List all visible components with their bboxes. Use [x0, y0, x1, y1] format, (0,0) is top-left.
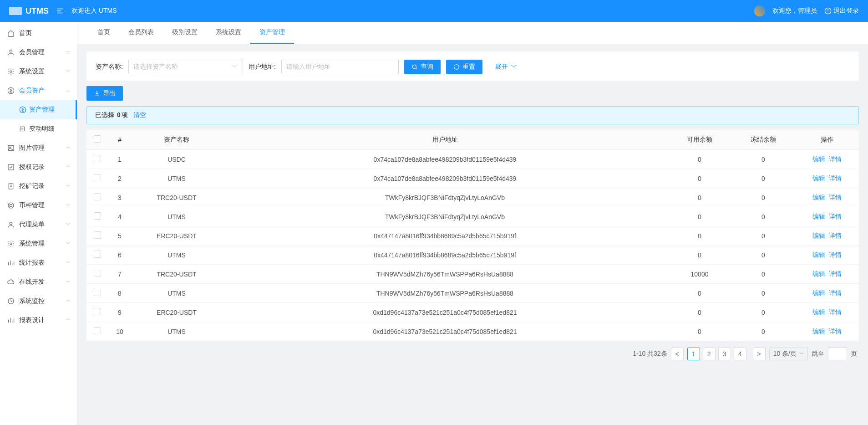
row-checkbox[interactable]: [94, 212, 101, 220]
detail-link[interactable]: 详情: [829, 289, 842, 297]
cell-user-addr: 0x74ca107de8a8abfee498209b3fd01159e5f4d4…: [222, 169, 668, 188]
row-checkbox[interactable]: [94, 231, 101, 239]
tab-bar: 首页会员列表级别设置系统设置资产管理: [77, 22, 868, 44]
edit-link[interactable]: 编辑: [812, 232, 825, 239]
detail-link[interactable]: 详情: [829, 213, 842, 220]
cell-idx: 1: [108, 150, 131, 169]
chevron-up-icon: ︿: [66, 87, 71, 94]
tab-系统设置[interactable]: 系统设置: [207, 22, 250, 44]
page-3-button[interactable]: 3: [718, 348, 731, 360]
row-checkbox[interactable]: [94, 270, 101, 277]
detail-link[interactable]: 详情: [829, 194, 842, 201]
column-header: 资产名称: [131, 130, 222, 150]
top-header: UTMS 欢迎进入 UTMS 欢迎您，管理员 退出登录: [0, 0, 868, 22]
column-header: 操作: [795, 130, 859, 150]
sidebar-item-挖矿记录[interactable]: 挖矿记录﹀: [0, 177, 77, 196]
tab-级别设置[interactable]: 级别设置: [163, 22, 207, 44]
alert-text: 已选择 0项: [95, 111, 128, 119]
row-checkbox[interactable]: [94, 327, 101, 334]
sidebar-item-会员管理[interactable]: 会员管理﹀: [0, 43, 77, 62]
chart-icon: [7, 317, 15, 324]
sidebar-item-代理菜单[interactable]: 代理菜单﹀: [0, 215, 77, 234]
row-checkbox[interactable]: [94, 251, 101, 258]
sidebar-item-首页[interactable]: 首页: [0, 24, 77, 43]
sidebar-subitem-资产管理[interactable]: 资产管理: [0, 100, 77, 119]
sidebar-item-系统监控[interactable]: 系统监控﹀: [0, 292, 77, 311]
cell-frozen: 0: [731, 188, 795, 207]
sidebar-item-系统管理[interactable]: 系统管理﹀: [0, 234, 77, 253]
sidebar-item-图片管理[interactable]: 图片管理﹀: [0, 138, 77, 158]
cell-asset-name: ERC20-USDT: [131, 226, 222, 246]
avatar[interactable]: [754, 5, 765, 16]
tab-资产管理[interactable]: 资产管理: [250, 22, 294, 44]
cell-user-addr: THN9WV5dMZh76y56TmWSPPa6RsHsUa8888: [222, 284, 668, 303]
row-checkbox[interactable]: [94, 289, 101, 296]
cell-available: 0: [668, 169, 731, 188]
expand-button[interactable]: 展开 ﹀: [488, 60, 524, 74]
edit-link[interactable]: 编辑: [812, 251, 825, 258]
logout-button[interactable]: 退出登录: [824, 7, 859, 15]
sidebar-item-统计报表[interactable]: 统计报表﹀: [0, 253, 77, 272]
cell-asset-name: TRC20-USDT: [131, 265, 222, 284]
select-all-checkbox[interactable]: [94, 135, 101, 143]
sidebar-label: 系统设置: [19, 67, 45, 76]
edit-link[interactable]: 编辑: [812, 174, 825, 182]
row-checkbox[interactable]: [94, 308, 101, 315]
user-addr-input[interactable]: 请输入用户地址: [281, 60, 399, 74]
edit-link[interactable]: 编辑: [812, 289, 825, 297]
sidebar-sublabel: 资产管理: [29, 106, 55, 114]
detail-link[interactable]: 详情: [829, 174, 842, 182]
sidebar-item-币种管理[interactable]: 币种管理﹀: [0, 196, 77, 215]
page-size-select[interactable]: 10 条/页﹀: [769, 348, 808, 360]
cell-available: 0: [668, 284, 731, 303]
table-row: 10UTMS0xd1d96c4137a73e521c251a0c4f75d085…: [86, 322, 859, 341]
page-2-button[interactable]: 2: [703, 348, 716, 360]
prev-page-button[interactable]: <: [671, 348, 684, 360]
sidebar-item-报表设计[interactable]: 报表设计﹀: [0, 311, 77, 330]
detail-link[interactable]: 详情: [829, 251, 842, 258]
logo-icon: [9, 7, 22, 15]
edit-link[interactable]: 编辑: [812, 308, 825, 316]
chevron-down-icon: ﹀: [66, 183, 71, 189]
sidebar-item-授权记录[interactable]: 授权记录﹀: [0, 158, 77, 177]
cell-idx: 3: [108, 188, 131, 207]
detail-link[interactable]: 详情: [829, 270, 842, 277]
page-1-button[interactable]: 1: [687, 348, 700, 360]
edit-link[interactable]: 编辑: [812, 194, 825, 201]
cell-frozen: 0: [731, 150, 795, 169]
next-page-button[interactable]: >: [753, 348, 766, 360]
detail-link[interactable]: 详情: [829, 308, 842, 316]
column-header: 冻结余额: [731, 130, 795, 150]
detail-link[interactable]: 详情: [829, 232, 842, 239]
clear-selection-button[interactable]: 清空: [133, 111, 146, 119]
tab-首页[interactable]: 首页: [88, 22, 119, 44]
tab-会员列表[interactable]: 会员列表: [119, 22, 163, 44]
row-checkbox[interactable]: [94, 155, 101, 162]
asset-name-select[interactable]: 请选择资产名称 ﹀: [128, 60, 243, 74]
cell-user-addr: TWkFy8krBJQF3BNiFdtyqZjvLtyLoAnGVb: [222, 188, 668, 207]
sidebar-collapse-icon[interactable]: [56, 7, 64, 15]
cell-asset-name: UTMS: [131, 207, 222, 226]
detail-link[interactable]: 详情: [829, 155, 842, 163]
page-4-button[interactable]: 4: [734, 348, 746, 360]
cell-user-addr: 0x447147a8016ff934bb8689c5a2d5b65c715b91…: [222, 246, 668, 265]
edit-link[interactable]: 编辑: [812, 155, 825, 163]
row-checkbox[interactable]: [94, 174, 101, 181]
sidebar-item-系统设置[interactable]: 系统设置﹀: [0, 62, 77, 81]
detail-link[interactable]: 详情: [829, 328, 842, 335]
cell-user-addr: THN9WV5dMZh76y56TmWSPPa6RsHsUa8888: [222, 265, 668, 284]
sidebar-label: 统计报表: [19, 259, 45, 267]
row-checkbox[interactable]: [94, 193, 101, 200]
edit-link[interactable]: 编辑: [812, 213, 825, 220]
export-button[interactable]: 导出: [86, 86, 123, 101]
sidebar-item-在线开发[interactable]: 在线开发﹀: [0, 272, 77, 292]
edit-link[interactable]: 编辑: [812, 270, 825, 277]
sidebar-subitem-变动明细[interactable]: 变动明细: [0, 119, 77, 138]
chevron-down-icon: ﹀: [66, 145, 71, 151]
sidebar-item-会员资产[interactable]: 会员资产︿: [0, 81, 77, 100]
jump-page-input[interactable]: [828, 348, 847, 360]
search-button[interactable]: 查询: [404, 60, 441, 74]
edit-link[interactable]: 编辑: [812, 328, 825, 335]
cell-idx: 6: [108, 246, 131, 265]
reset-button[interactable]: 重置: [446, 60, 482, 74]
